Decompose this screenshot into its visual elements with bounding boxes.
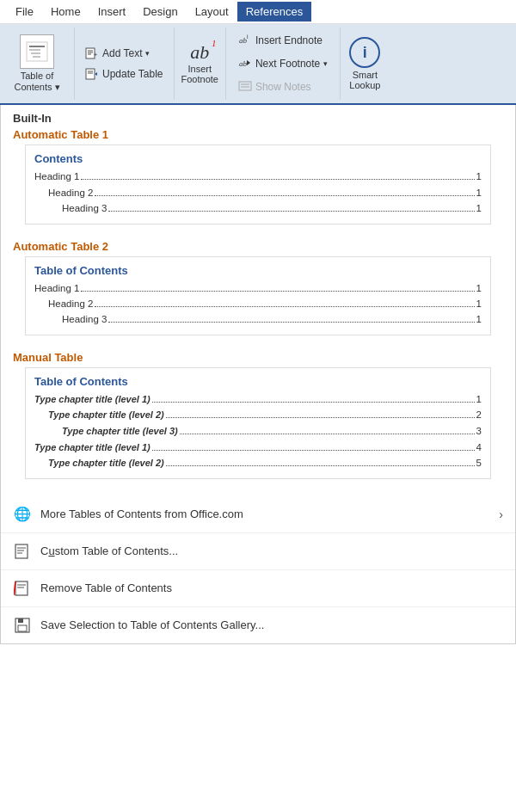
svg-marker-16 [247, 60, 250, 65]
insert-endnote-icon: abi [238, 33, 252, 49]
custom-toc-label: Custom Table of Contents... [40, 544, 178, 557]
svg-rect-29 [18, 618, 23, 623]
save-selection-icon [13, 616, 32, 635]
auto1-entry-3: Heading 3 1 [34, 200, 482, 216]
add-text-label: Add Text [102, 47, 142, 59]
more-tables-label: More Tables of Contents from Office.com [40, 508, 243, 520]
remove-toc-item[interactable]: Remove Table of Contents [1, 569, 515, 606]
menu-layout[interactable]: Layout [187, 2, 237, 22]
manual-table-preview[interactable]: Table of Contents Type chapter title (le… [25, 367, 491, 479]
add-text-chevron: ▾ [145, 49, 150, 58]
update-table-button[interactable]: Update Table [80, 65, 169, 83]
auto1-entry-1: Heading 1 1 [34, 169, 482, 184]
bottom-menu: 🌐 More Tables of Contents from Office.co… [1, 496, 515, 643]
toc-icon [20, 34, 54, 69]
auto2-preview-title: Table of Contents [34, 264, 482, 277]
more-tables-icon: 🌐 [13, 505, 32, 524]
menu-bar: File Home Insert Design Layout Reference… [0, 0, 516, 24]
more-tables-chevron: › [499, 508, 503, 521]
manual-table-title: Manual Table [13, 351, 503, 364]
next-footnote-label: Next Footnote [255, 58, 320, 70]
manual-entry-4: Type chapter title (level 1) 4 [34, 440, 482, 456]
insert-endnote-label: Insert Endnote [255, 34, 322, 46]
svg-text:i: i [247, 34, 249, 40]
automatic-table-1-preview[interactable]: Contents Heading 1 1 Heading 2 1 Heading… [25, 145, 491, 224]
svg-rect-10 [86, 69, 95, 79]
auto1-preview-title: Contents [34, 152, 482, 165]
smart-lookup-group: i SmartLookup [341, 28, 389, 100]
toc-tools-group: + Add Text ▾ Update Table [75, 28, 175, 100]
svg-text:+: + [94, 52, 97, 58]
manual-entry-3: Type chapter title (level 3) 3 [34, 423, 482, 440]
auto2-entry-3: Heading 3 1 [34, 311, 482, 327]
manual-preview-title: Table of Contents [34, 375, 482, 388]
next-footnote-button[interactable]: ab Next Footnote ▾ [233, 53, 333, 75]
next-footnote-chevron: ▾ [323, 59, 328, 68]
manual-entry-1: Type chapter title (level 1) 1 [34, 391, 482, 408]
svg-rect-30 [18, 625, 27, 631]
remove-toc-label: Remove Table of Contents [40, 581, 172, 594]
save-selection-label: Save Selection to Table of Contents Gall… [40, 618, 264, 631]
menu-references[interactable]: References [237, 2, 311, 22]
smart-lookup-label: SmartLookup [349, 70, 380, 90]
add-text-icon: + [85, 46, 99, 60]
menu-design[interactable]: Design [134, 2, 186, 22]
auto2-entry-1: Heading 1 1 [34, 280, 482, 296]
automatic-table-1-title: Automatic Table 1 [13, 128, 503, 141]
toc-button-label: Table of Contents ▾ [14, 71, 59, 93]
show-notes-icon [238, 79, 252, 95]
svg-rect-24 [15, 581, 28, 595]
more-tables-item[interactable]: 🌐 More Tables of Contents from Office.co… [1, 496, 515, 532]
footnote-ab-icon: ab1 [190, 43, 209, 62]
show-notes-label: Show Notes [255, 81, 311, 93]
auto2-entry-2: Heading 2 1 [34, 296, 482, 311]
dropdown-panel: Built-In Automatic Table 1 Contents Head… [0, 105, 516, 643]
menu-file[interactable]: File [7, 2, 42, 22]
next-footnote-icon: ab [238, 56, 252, 72]
remove-toc-icon [13, 579, 32, 598]
insert-endnote-button[interactable]: abi Insert Endnote [233, 30, 333, 52]
auto1-entry-2: Heading 2 1 [34, 185, 482, 200]
manual-entry-2: Type chapter title (level 2) 2 [34, 407, 482, 423]
insert-footnote-button[interactable]: ab1 InsertFootnote [181, 43, 218, 84]
custom-toc-item[interactable]: Custom Table of Contents... [1, 532, 515, 569]
table-of-contents-button[interactable]: Table of Contents ▾ [7, 31, 67, 96]
show-notes-button[interactable]: Show Notes [233, 77, 333, 98]
menu-home[interactable]: Home [42, 2, 89, 22]
manual-entry-5: Type chapter title (level 2) 5 [34, 455, 482, 471]
menu-insert[interactable]: Insert [89, 2, 135, 22]
add-text-button[interactable]: + Add Text ▾ [80, 44, 169, 63]
footnote-group: ab1 InsertFootnote [175, 28, 226, 100]
ribbon: Table of Contents ▾ + Add Text ▾ Update … [0, 24, 516, 105]
smart-lookup-button[interactable]: i [349, 37, 380, 68]
insert-footnote-label: InsertFootnote [181, 64, 218, 84]
svg-rect-0 [27, 42, 47, 61]
automatic-table-2-preview[interactable]: Table of Contents Heading 1 1 Heading 2 … [25, 256, 491, 335]
svg-text:ab: ab [239, 59, 248, 68]
update-table-icon [85, 67, 99, 81]
save-selection-item[interactable]: Save Selection to Table of Contents Gall… [1, 606, 515, 643]
toc-group: Table of Contents ▾ [0, 28, 75, 100]
automatic-table-2-title: Automatic Table 2 [13, 240, 503, 253]
endnote-group: abi Insert Endnote ab Next Footnote ▾ Sh… [226, 28, 341, 100]
svg-rect-17 [239, 82, 251, 90]
update-table-label: Update Table [102, 68, 163, 80]
svg-rect-20 [15, 544, 28, 558]
custom-toc-icon [13, 542, 32, 561]
builtin-header: Built-In [1, 105, 515, 128]
